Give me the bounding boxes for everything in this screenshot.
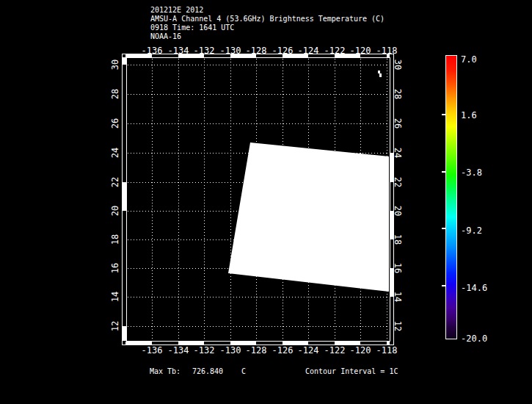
lat-tick-label-right: 14 <box>393 292 402 302</box>
lon-tick-label-bottom: -130 <box>220 346 241 355</box>
frame-band <box>230 54 256 57</box>
frame-band <box>125 342 152 345</box>
lon-tick-label-bottom: -132 <box>194 346 215 355</box>
lon-tick-label-bottom: -120 <box>350 346 371 355</box>
brightness-temperature-plot: 201212E 2012 AMSU-A Channel 4 (53.6GHz) … <box>0 0 532 404</box>
lon-tick-label-bottom: -122 <box>324 346 346 355</box>
frame-band <box>335 54 360 57</box>
lon-tick-label-bottom: -124 <box>298 346 319 355</box>
lat-tick-label-right: 20 <box>393 206 402 216</box>
lat-tick-label-right: 12 <box>393 321 402 331</box>
contour-interval-text: Contour Interval = 1C <box>305 367 398 375</box>
max-tb-label: Max Tb: <box>150 367 181 375</box>
frame-band <box>123 182 126 211</box>
swath-polygon <box>228 143 389 292</box>
colorbar-tick <box>442 114 445 115</box>
colorbar-tick <box>442 228 445 229</box>
date-code-line: 201212E 2012 <box>150 6 385 15</box>
frame-band <box>387 54 390 57</box>
lat-tick-label-left: 20 <box>111 206 120 216</box>
frame-band <box>335 342 360 345</box>
plot-title: AMSU-A Channel 4 (53.6GHz) Brightness Te… <box>150 15 385 24</box>
plot-title-block: 201212E 2012 AMSU-A Channel 4 (53.6GHz) … <box>150 6 385 41</box>
colorbar-label: -3.8 <box>461 168 482 177</box>
colorbar-gradient <box>445 55 457 339</box>
lon-tick-label-bottom: -126 <box>272 346 294 355</box>
lon-tick-label-bottom: -118 <box>376 346 398 355</box>
orbit-time-line: 0918 Time: 1641 UTC <box>150 24 385 32</box>
lat-tick-label-right: 28 <box>393 89 402 99</box>
colorbar-tick <box>442 171 445 173</box>
colorbar-tick <box>442 285 445 286</box>
lat-tick-label-left: 14 <box>111 292 120 302</box>
lat-tick-label-left: 22 <box>111 177 120 187</box>
lat-tick-label-left: 30 <box>111 59 120 70</box>
lat-tick-label-left: 28 <box>111 89 120 99</box>
max-tb-value: 726.840 <box>192 367 223 375</box>
max-tb-unit: C <box>241 367 246 375</box>
lon-tick-label-bottom: -128 <box>246 346 267 355</box>
lat-tick-label-right: 30 <box>393 59 402 70</box>
lat-tick-label-right: 22 <box>393 177 402 187</box>
colorbar-label-min: -20.0 <box>461 334 487 343</box>
colorbar-label: 1.6 <box>461 111 477 120</box>
colorbar-label-max: 7.0 <box>461 55 477 64</box>
satellite-name: NOAA-16 <box>150 32 385 41</box>
lat-tick-label-left: 18 <box>111 234 120 245</box>
lat-tick-label-left: 26 <box>111 118 120 129</box>
frame-band <box>283 342 308 345</box>
colorbar-label: -9.2 <box>461 226 482 235</box>
frame-band <box>123 57 126 65</box>
frame-band <box>230 342 256 345</box>
lat-tick-label-right: 16 <box>393 263 402 273</box>
lon-tick-label-bottom: -134 <box>168 346 189 355</box>
frame-band <box>387 342 390 345</box>
frame-band <box>283 54 308 57</box>
frame-band <box>178 342 204 345</box>
lat-tick-label-right: 18 <box>393 234 402 245</box>
frame-band <box>125 54 152 57</box>
data-swath-layer <box>127 58 390 341</box>
frame-band <box>390 211 393 239</box>
colorbar-label: -14.6 <box>461 284 487 292</box>
lat-tick-label-left: 12 <box>111 321 120 331</box>
lat-tick-label-left: 16 <box>111 263 120 273</box>
frame-band <box>390 153 393 182</box>
lat-tick-label-left: 24 <box>111 148 120 158</box>
lat-tick-label-right: 24 <box>393 148 402 158</box>
frame-band <box>178 54 204 57</box>
island-coastline-mark <box>378 71 382 77</box>
frame-band <box>390 268 393 297</box>
lon-tick-label-bottom: -136 <box>142 346 163 355</box>
lat-tick-label-right: 26 <box>393 118 402 129</box>
frame-band <box>123 326 126 341</box>
